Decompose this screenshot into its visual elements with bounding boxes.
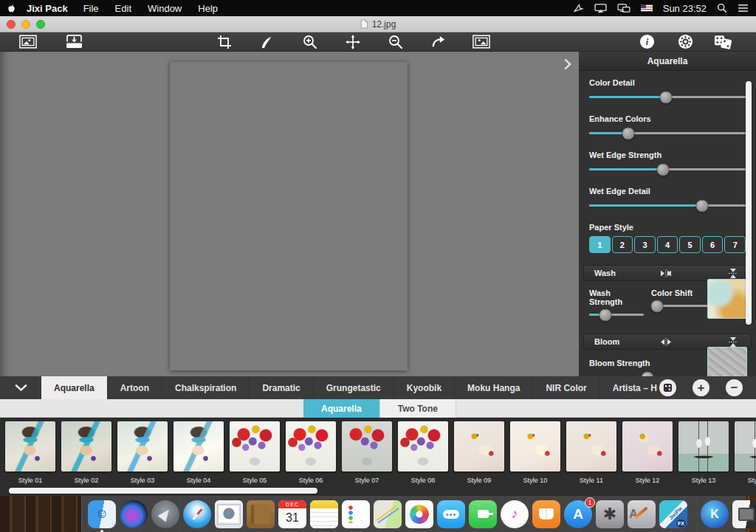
filter-tab-chalkspiration[interactable]: Chalkspiration	[162, 376, 250, 399]
slider-thumb[interactable]	[622, 127, 635, 139]
menu-item-help[interactable]: Help	[198, 3, 218, 14]
move-icon[interactable]	[337, 33, 369, 51]
wash-strength-slider[interactable]	[589, 314, 644, 316]
info-icon[interactable]: i	[630, 33, 663, 51]
dock-mail-icon[interactable]	[215, 500, 243, 528]
filter-tab-kyoobik[interactable]: Kyoobik	[394, 376, 455, 399]
apple-menu[interactable]	[0, 3, 22, 14]
import-button[interactable]	[58, 33, 90, 51]
filter-tab-artista-haiku[interactable]: Artista – Haiku	[600, 376, 657, 399]
collapse-horizontal-icon[interactable]	[648, 269, 684, 277]
dock-ibooks-icon[interactable]	[532, 500, 560, 528]
style-thumbnail[interactable]	[622, 421, 673, 471]
paper-style-button-5[interactable]: 5	[679, 236, 701, 253]
dock-jixipix-icon[interactable]: JixiPix FX	[659, 500, 687, 528]
zoom-out-thumbnails-button[interactable]: −	[726, 379, 743, 396]
displays-icon[interactable]	[617, 4, 630, 13]
slider-thumb[interactable]	[641, 371, 653, 376]
airplay-display-icon[interactable]	[594, 4, 607, 13]
collapse-vertical-icon[interactable]	[715, 336, 751, 348]
settings-gear-icon[interactable]	[669, 33, 701, 51]
dock-scanner-app-icon[interactable]	[732, 500, 756, 528]
style-item[interactable]: Style 02	[61, 421, 111, 484]
slider-thumb[interactable]	[599, 308, 612, 321]
filter-tab-nir-color[interactable]: NIR Color	[533, 376, 599, 399]
style-thumbnail[interactable]	[230, 421, 280, 471]
style-item[interactable]: Style 05	[230, 421, 280, 484]
style-thumbnail[interactable]	[61, 421, 111, 471]
style-item[interactable]: Style 09	[454, 421, 504, 484]
randomize-dice-icon[interactable]	[707, 33, 740, 51]
filter-tab-artoon[interactable]: Artoon	[108, 376, 162, 399]
style-thumbnail[interactable]	[5, 421, 55, 471]
paper-style-button-4[interactable]: 4	[657, 236, 678, 253]
slider-track[interactable]	[589, 132, 746, 134]
random-style-dice-icon[interactable]	[659, 379, 676, 396]
dock-siri-icon[interactable]	[120, 500, 148, 528]
style-item[interactable]: Style 03	[117, 421, 168, 484]
wash-texture-preview[interactable]	[707, 279, 747, 319]
dock-safari-icon[interactable]	[183, 500, 211, 528]
paper-style-button-1[interactable]: 1	[589, 236, 611, 253]
zoom-in-icon[interactable]	[294, 33, 326, 51]
filter-tab-moku-hanga[interactable]: Moku Hanga	[455, 376, 533, 399]
bloom-texture-preview[interactable]	[707, 347, 747, 376]
slider-thumb[interactable]	[656, 163, 669, 176]
dock-messages-icon[interactable]	[437, 500, 465, 528]
filter-tab-aquarella[interactable]: Aquarella	[41, 376, 108, 399]
slider-thumb[interactable]	[651, 300, 664, 312]
style-thumbnail[interactable]	[173, 421, 224, 471]
menu-app-name[interactable]: Jixi Pack	[27, 3, 68, 14]
style-thumbnail[interactable]	[286, 421, 336, 471]
style-thumbnail[interactable]	[510, 421, 560, 471]
slider-track[interactable]	[589, 168, 746, 170]
filter-tab-grungetastic[interactable]: Grungetastic	[314, 376, 394, 399]
paper-style-button-2[interactable]: 2	[612, 236, 633, 253]
tablet-cursor-icon[interactable]	[573, 3, 584, 13]
zoom-out-icon[interactable]	[379, 33, 412, 51]
style-thumbnail[interactable]	[678, 421, 729, 471]
brush-icon[interactable]	[251, 33, 284, 51]
filter-tab-dramatic[interactable]: Dramatic	[250, 376, 313, 399]
style-item[interactable]: Style 06	[286, 421, 336, 484]
style-item[interactable]: Style 10	[510, 421, 560, 484]
crop-icon[interactable]	[208, 33, 241, 51]
dock-system-preferences-icon[interactable]	[596, 500, 624, 528]
slider-thumb[interactable]	[695, 199, 708, 212]
dock-facetime-icon[interactable]	[469, 500, 497, 528]
style-item[interactable]: Style 01	[5, 421, 55, 484]
style-item[interactable]: Style 11	[566, 421, 616, 484]
style-item[interactable]: Style 14	[735, 421, 756, 484]
dock-maps-icon[interactable]	[374, 500, 402, 528]
collapse-horizontal-icon[interactable]	[648, 338, 684, 346]
slider-thumb[interactable]	[659, 91, 672, 103]
dock-calendar-icon[interactable]: DEC 31	[278, 500, 306, 528]
notification-center-icon[interactable]	[738, 4, 749, 13]
style-item[interactable]: Style 07	[342, 421, 392, 484]
dock-photos-icon[interactable]	[405, 500, 433, 528]
paper-style-button-3[interactable]: 3	[634, 236, 656, 253]
dock-notes-icon[interactable]	[310, 500, 338, 528]
dock-launchpad-icon[interactable]	[151, 500, 179, 528]
menu-clock[interactable]: Sun 23:52	[663, 3, 707, 14]
dock-finder-icon[interactable]	[88, 500, 116, 528]
input-source-flag-icon[interactable]	[641, 4, 653, 12]
style-item[interactable]: Style 13	[678, 421, 729, 484]
panel-scrollbar[interactable]	[746, 81, 752, 325]
dock-reminders-icon[interactable]	[342, 500, 370, 528]
style-thumbnail[interactable]	[566, 421, 616, 471]
style-thumbnail[interactable]	[454, 421, 504, 471]
color-shift-slider[interactable]	[651, 305, 713, 307]
dock-itunes-icon[interactable]	[501, 500, 529, 528]
sub-tab-two-tone[interactable]: Two Tone	[380, 399, 456, 418]
zoom-in-thumbnails-button[interactable]: +	[693, 379, 709, 396]
slider-track[interactable]	[589, 204, 746, 207]
dock-contacts-icon[interactable]	[247, 500, 275, 528]
dock-helper-app-icon[interactable]	[701, 500, 729, 528]
style-thumbnail[interactable]	[342, 421, 392, 471]
style-thumbnail[interactable]	[398, 421, 448, 471]
menu-item-edit[interactable]: Edit	[115, 3, 131, 14]
redo-icon[interactable]	[422, 33, 455, 51]
document-proxy-icon[interactable]	[360, 19, 368, 29]
style-thumbnail[interactable]	[117, 421, 168, 471]
